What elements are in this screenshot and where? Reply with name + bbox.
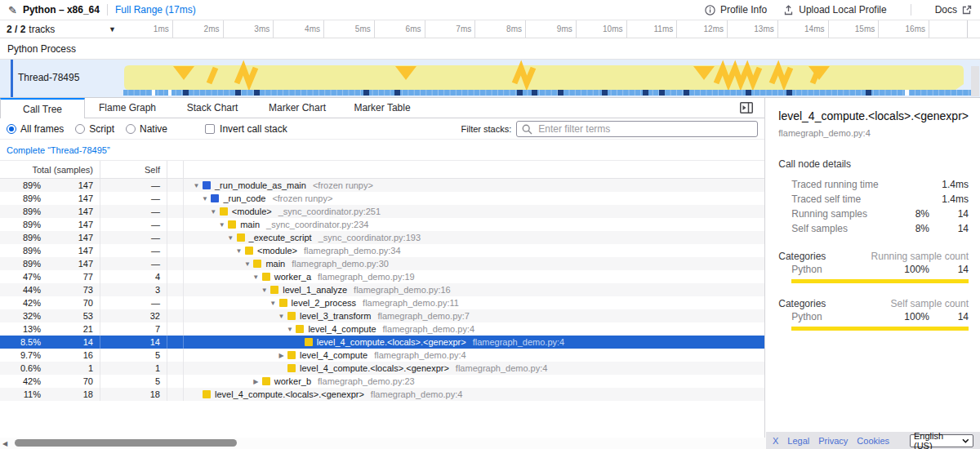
horizontal-scrollbar-thumb[interactable] <box>15 439 237 447</box>
ruler-tick: 7ms <box>425 20 476 38</box>
table-row[interactable]: 8.5%1414▼level_4_compute.<locals>.<genex… <box>0 336 764 349</box>
function-cell: ▼level_4_compute.<locals>.<genexpr>flame… <box>184 389 764 399</box>
total-percent: 89% <box>0 180 41 190</box>
process-track-header[interactable]: Python Process <box>0 38 980 60</box>
ruler-tick: 15ms <box>829 20 880 38</box>
twisty-expanded-icon[interactable]: ▼ <box>269 300 278 307</box>
table-row[interactable]: 13%217▼level_4_computeflamegraph_demo.py… <box>0 322 764 336</box>
tab-marker-table[interactable]: Marker Table <box>340 98 425 118</box>
app-header: ✎ Python – x86_64 Full Range (17ms) Prof… <box>0 0 980 20</box>
twisty-collapsed-icon[interactable]: ▶ <box>252 378 261 385</box>
category-row: Python100%14 <box>778 262 969 277</box>
twisty-expanded-icon[interactable]: ▼ <box>243 260 252 268</box>
horizontal-scrollbar[interactable]: ◀ <box>0 438 780 449</box>
table-row[interactable]: 89%147—▼_run_module_as_main<frozen runpy… <box>0 179 764 192</box>
function-location: _sync_coordinator.py:234 <box>266 220 368 229</box>
column-header-total[interactable]: Total (samples) <box>0 161 100 178</box>
tracks-summary[interactable]: 2 / 2 tracks ▼ <box>0 20 122 38</box>
tracks-dropdown-icon[interactable]: ▼ <box>109 25 116 33</box>
legal-link[interactable]: Legal <box>787 436 809 446</box>
total-samples: 147 <box>41 192 100 205</box>
function-location: <frozen runpy> <box>272 193 332 203</box>
table-row[interactable]: 9.7%165▶level_4_computeflamegraph_demo.p… <box>0 349 764 362</box>
tab-stack-chart[interactable]: Stack Chart <box>170 98 255 118</box>
self-samples: 7 <box>100 322 167 336</box>
tab-call-tree[interactable]: Call Tree <box>0 98 85 118</box>
self-samples: 18 <box>100 388 167 401</box>
upload-profile-button[interactable]: Upload Local Profile <box>783 4 886 16</box>
filter-stacks-input[interactable] <box>516 121 758 137</box>
category-bar <box>791 327 969 331</box>
ruler-tick: 10ms <box>577 20 627 38</box>
table-row[interactable]: 44%733▼level_1_analyzeflamegraph_demo.py… <box>0 283 764 296</box>
profile-info-button[interactable]: Profile Info <box>705 4 767 16</box>
detail-percent: 8% <box>895 223 929 234</box>
invert-call-stack-checkbox[interactable] <box>205 124 215 134</box>
twisty-expanded-icon[interactable]: ▼ <box>260 287 269 294</box>
function-name: worker_a <box>274 272 311 282</box>
total-samples: 14 <box>41 336 100 349</box>
scroll-left-icon[interactable]: ◀ <box>2 440 7 447</box>
breadcrumb[interactable]: Complete “Thread-78495” <box>7 145 110 155</box>
function-location: flamegraph_demo.py:19 <box>318 272 415 282</box>
twisty-expanded-icon[interactable]: ▼ <box>234 247 243 255</box>
twisty-expanded-icon[interactable]: ▼ <box>226 234 235 242</box>
total-samples: 70 <box>41 375 100 388</box>
total-percent: 44% <box>0 285 41 295</box>
cookies-link[interactable]: Cookies <box>857 436 889 446</box>
function-location: _sync_coordinator.py:193 <box>318 233 421 242</box>
edit-pencil-icon[interactable]: ✎ <box>8 4 17 16</box>
thread-track[interactable]: Thread-78495 <box>0 60 980 98</box>
radio-script[interactable]: Script <box>75 123 114 135</box>
track-activity-graph[interactable] <box>122 60 972 97</box>
privacy-link[interactable]: Privacy <box>818 436 848 446</box>
twisty-expanded-icon[interactable]: ▼ <box>200 195 209 202</box>
twisty-expanded-icon[interactable]: ▼ <box>209 208 218 216</box>
twisty-expanded-icon[interactable]: ▼ <box>252 273 261 281</box>
tab-flame-graph[interactable]: Flame Graph <box>85 98 170 118</box>
table-row[interactable]: 89%147—▼main_sync_coordinator.py:234 <box>0 218 764 231</box>
category-square <box>305 338 313 346</box>
function-location: flamegraph_demo.py:34 <box>304 246 401 256</box>
table-row[interactable]: 47%774▼worker_aflamegraph_demo.py:19 <box>0 270 764 283</box>
close-link[interactable]: X <box>773 436 778 446</box>
category-label: Python <box>778 264 895 275</box>
radio-native[interactable]: Native <box>126 123 167 135</box>
table-row[interactable]: 89%147—▼_run_code<frozen runpy> <box>0 192 764 205</box>
table-row[interactable]: 11%1818▼level_4_compute.<locals>.<genexp… <box>0 388 764 401</box>
radio-dot-icon <box>126 124 136 134</box>
language-select[interactable]: English (US) <box>910 434 973 447</box>
table-row[interactable]: 89%147—▼<module>flamegraph_demo.py:34 <box>0 244 764 257</box>
table-row[interactable]: 89%147—▼<module>_sync_coordinator.py:251 <box>0 205 764 218</box>
twisty-expanded-icon[interactable]: ▼ <box>217 221 226 229</box>
ruler-tick: 5ms <box>324 20 375 38</box>
function-location: flamegraph_demo.py:4 <box>383 324 475 334</box>
twisty-expanded-icon[interactable]: ▼ <box>277 313 286 320</box>
function-name: _run_code <box>223 193 265 203</box>
function-name: main <box>265 259 285 269</box>
ruler-tick: 14ms <box>778 20 829 38</box>
table-row[interactable]: 42%705▶worker_bflamegraph_demo.py:23 <box>0 375 764 388</box>
tracks-count: 2 / 2 <box>7 24 25 35</box>
profile-name[interactable]: Python – x86_64 <box>23 4 100 16</box>
twisty-expanded-icon[interactable]: ▼ <box>285 326 294 333</box>
table-row[interactable]: 89%147—▼_execute_script_sync_coordinator… <box>0 231 764 244</box>
tab-marker-chart[interactable]: Marker Chart <box>255 98 340 118</box>
header-divider <box>107 4 108 16</box>
function-cell: ▶worker_bflamegraph_demo.py:23 <box>184 376 764 386</box>
table-row[interactable]: 89%147—▼mainflamegraph_demo.py:30 <box>0 257 764 270</box>
info-icon <box>705 5 715 16</box>
table-row[interactable]: 32%5332▼level_3_transformflamegraph_demo… <box>0 309 764 322</box>
full-range-link[interactable]: Full Range (17ms) <box>115 4 196 16</box>
function-name: level_3_transform <box>300 311 371 321</box>
samples-strip <box>123 90 971 96</box>
panel-tab-bar: Call TreeFlame GraphStack ChartMarker Ch… <box>0 98 764 118</box>
sidebar-toggle-button[interactable] <box>740 102 753 117</box>
twisty-collapsed-icon[interactable]: ▶ <box>277 352 286 359</box>
radio-all-frames[interactable]: All frames <box>7 123 64 135</box>
twisty-expanded-icon[interactable]: ▼ <box>192 182 201 189</box>
table-row[interactable]: 0.6%11▼level_4_compute.<locals>.<genexpr… <box>0 362 764 375</box>
docs-button[interactable]: Docs <box>935 4 972 16</box>
column-header-self[interactable]: Self <box>100 161 167 178</box>
table-row[interactable]: 42%70—▼level_2_processflamegraph_demo.py… <box>0 296 764 309</box>
